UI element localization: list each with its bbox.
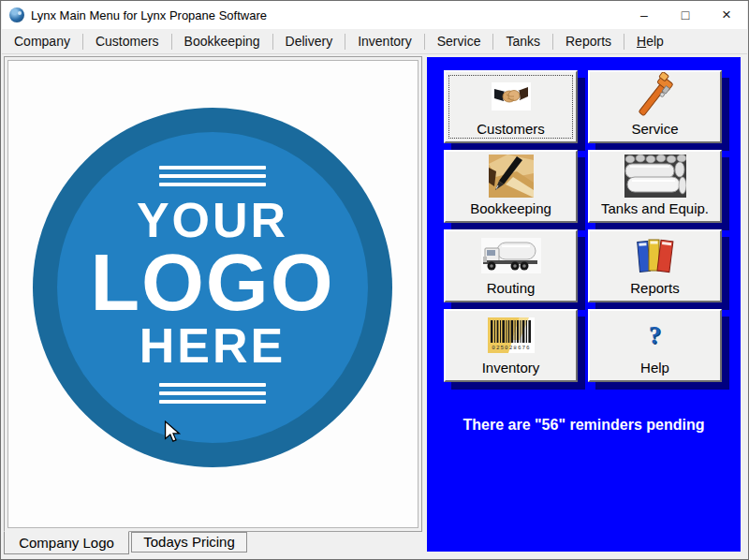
pipe-wrench-icon (632, 72, 679, 121)
menu-reports[interactable]: Reports (553, 29, 624, 53)
button-label: Tanks and Equip. (601, 200, 709, 216)
tanks-equip-button[interactable]: Tanks and Equip. (588, 150, 722, 223)
menu-delivery[interactable]: Delivery (273, 29, 345, 53)
tab-strip: Company Logo Todays Pricing (4, 532, 247, 554)
barcode-digits: 025028676 (492, 345, 530, 351)
button-label: Reports (630, 280, 680, 296)
question-mark-icon: ? (649, 323, 662, 348)
button-label: Customers (477, 121, 545, 137)
window-title: Lynx Main Menu for Lynx Propane Software (31, 8, 267, 22)
reports-button[interactable]: Reports (588, 229, 722, 302)
button-label: Inventory (482, 360, 540, 376)
logo-text-here: HERE (140, 321, 286, 370)
logo-circle-inner: YOUR LOGO HERE (57, 132, 368, 443)
button-label: Routing (487, 280, 536, 296)
inventory-button[interactable]: 025028676 Inventory (444, 309, 578, 382)
tab-company-logo[interactable]: Company Logo (4, 531, 129, 554)
close-button[interactable]: × (706, 1, 747, 29)
logo-text-logo: LOGO (90, 244, 334, 321)
company-logo-image: YOUR LOGO HERE (7, 60, 419, 528)
button-label: Service (631, 121, 678, 137)
menu-bookkeeping[interactable]: Bookkeeping (172, 29, 272, 53)
help-button[interactable]: ? Help (588, 309, 722, 382)
delivery-truck-icon (481, 238, 541, 273)
menu-company[interactable]: Company (2, 29, 82, 53)
propane-tanks-icon (624, 155, 686, 198)
logo-top-bars (159, 166, 266, 186)
menu-tanks[interactable]: Tanks (493, 29, 552, 53)
maximize-button[interactable]: □ (665, 1, 706, 29)
books-icon (636, 235, 675, 276)
app-icon (9, 7, 24, 22)
service-button[interactable]: Service (588, 70, 722, 143)
menu-bar: Company Customers Bookkeeping Delivery I… (2, 29, 747, 54)
customers-button[interactable]: Customers (444, 70, 578, 143)
menu-help[interactable]: Help (624, 29, 676, 53)
menu-customers[interactable]: Customers (83, 29, 171, 53)
logo-tab-page: YOUR LOGO HERE (4, 56, 422, 532)
logo-bottom-bars (159, 383, 266, 404)
title-bar[interactable]: Lynx Main Menu for Lynx Propane Software… (2, 1, 747, 29)
tab-todays-pricing[interactable]: Todays Pricing (131, 532, 247, 553)
logo-circle: YOUR LOGO HERE (33, 108, 392, 467)
button-label: Bookkeeping (470, 200, 551, 216)
app-window: Lynx Main Menu for Lynx Propane Software… (0, 0, 749, 560)
menu-inventory[interactable]: Inventory (345, 29, 424, 53)
barcode-icon: 025028676 (488, 317, 535, 353)
menu-service[interactable]: Service (425, 29, 493, 53)
launcher-panel: Customers Service (427, 57, 741, 552)
handshake-icon (492, 82, 531, 111)
mouse-cursor-icon (163, 420, 182, 443)
reminders-status: There are "56" reminders pending (427, 417, 741, 434)
ledger-pen-icon (489, 155, 534, 198)
routing-button[interactable]: Routing (444, 229, 578, 302)
button-label: Help (640, 360, 669, 376)
bookkeeping-button[interactable]: Bookkeeping (444, 150, 578, 223)
minimize-button[interactable]: – (624, 1, 665, 29)
